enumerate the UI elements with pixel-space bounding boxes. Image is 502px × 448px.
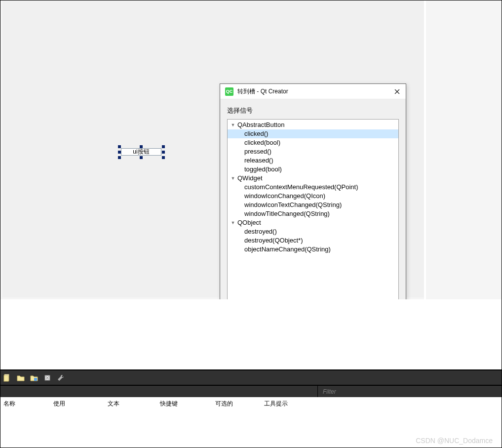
resize-handle-tc[interactable] [140, 145, 143, 148]
wrench-icon[interactable] [57, 374, 65, 382]
tree-item-label: customContextMenuRequested(QPoint) [230, 183, 358, 192]
filter-placeholder: Filter [323, 388, 336, 395]
close-icon[interactable] [393, 87, 401, 95]
resize-handle-mr[interactable] [162, 151, 165, 154]
tree-item-label: windowTitleChanged(QString) [230, 209, 330, 218]
resize-handle-tl[interactable] [118, 145, 121, 148]
new-file-icon[interactable] [3, 374, 11, 382]
tree-item-label: pressed() [230, 147, 271, 156]
tree-item-label: windowIconChanged(QIcon) [230, 192, 325, 201]
tree-item-label: destroyed() [230, 227, 277, 236]
tree-item[interactable]: clicked(bool) [228, 138, 398, 147]
tree-item-label: clicked() [230, 129, 268, 138]
folder-icon[interactable] [17, 374, 25, 382]
tree-item[interactable]: objectNameChanged(QString) [228, 245, 398, 254]
svg-rect-1 [4, 375, 8, 381]
column-header[interactable]: 工具提示 [261, 398, 313, 408]
tree-item[interactable]: windowIconChanged(QIcon) [228, 192, 398, 201]
filter-left [0, 386, 318, 397]
tree-group[interactable]: ▼QWidget [228, 174, 398, 183]
select-signal-label: 选择信号 [227, 106, 399, 115]
form-border [424, 0, 426, 299]
chevron-down-icon: ▼ [230, 174, 236, 183]
delete-icon[interactable] [43, 374, 51, 382]
column-header[interactable]: 使用 [50, 398, 105, 408]
tree-item-label: destroyed(QObject*) [230, 236, 303, 245]
tree-group-label: QAbstractButton [236, 121, 284, 129]
ui-pushbutton-widget[interactable]: ui按钮 [121, 148, 161, 156]
tree-item[interactable]: destroyed() [228, 227, 398, 236]
tree-item-label: released() [230, 156, 273, 165]
tree-item[interactable]: toggled(bool) [228, 165, 398, 174]
column-header[interactable]: 可选的 [212, 398, 261, 408]
dialog-title: 转到槽 - Qt Creator [237, 87, 389, 96]
tree-group[interactable]: ▼QObject [228, 218, 398, 227]
action-table-headers: 名称使用文本快捷键可选的工具提示 [0, 397, 502, 408]
resize-handle-bl[interactable] [118, 156, 121, 159]
column-header[interactable]: 名称 [0, 398, 50, 408]
dialog-titlebar[interactable]: QC 转到槽 - Qt Creator [220, 84, 406, 99]
column-header[interactable]: 文本 [105, 398, 157, 408]
chevron-down-icon: ▼ [230, 218, 236, 227]
qt-creator-icon: QC [225, 87, 233, 96]
folder-app-icon[interactable] [30, 374, 38, 382]
chevron-down-icon: ▼ [230, 121, 236, 129]
action-toolbar [0, 370, 502, 385]
tree-item-label: clicked(bool) [230, 138, 280, 147]
tree-group-label: QWidget [236, 174, 263, 183]
resize-handle-br[interactable] [162, 156, 165, 159]
tree-item-label: objectNameChanged(QString) [230, 245, 331, 254]
lower-spacer [0, 299, 502, 370]
tree-item-label: windowIconTextChanged(QString) [230, 201, 342, 209]
filter-row: Filter [0, 385, 502, 397]
tree-group[interactable]: ▼QAbstractButton [228, 121, 398, 129]
tree-item-label: toggled(bool) [230, 165, 282, 174]
tree-item[interactable]: windowIconTextChanged(QString) [228, 201, 398, 209]
watermark-text: CSDN @NUC_Dodamce [416, 437, 493, 445]
tree-item[interactable]: windowTitleChanged(QString) [228, 209, 398, 218]
tree-item[interactable]: destroyed(QObject*) [228, 236, 398, 245]
svg-rect-2 [34, 378, 37, 381]
tree-item[interactable]: clicked() [228, 129, 398, 138]
column-header[interactable]: 快捷键 [157, 398, 212, 408]
tree-item[interactable]: pressed() [228, 147, 398, 156]
filter-input[interactable]: Filter [318, 386, 502, 397]
tree-group-label: QObject [236, 218, 261, 227]
resize-handle-tr[interactable] [162, 145, 165, 148]
resize-handle-bc[interactable] [140, 156, 143, 159]
tree-item[interactable]: released() [228, 156, 398, 165]
resize-handle-ml[interactable] [118, 151, 121, 154]
tree-item[interactable]: customContextMenuRequested(QPoint) [228, 183, 398, 192]
ui-pushbutton-label: ui按钮 [133, 148, 149, 156]
